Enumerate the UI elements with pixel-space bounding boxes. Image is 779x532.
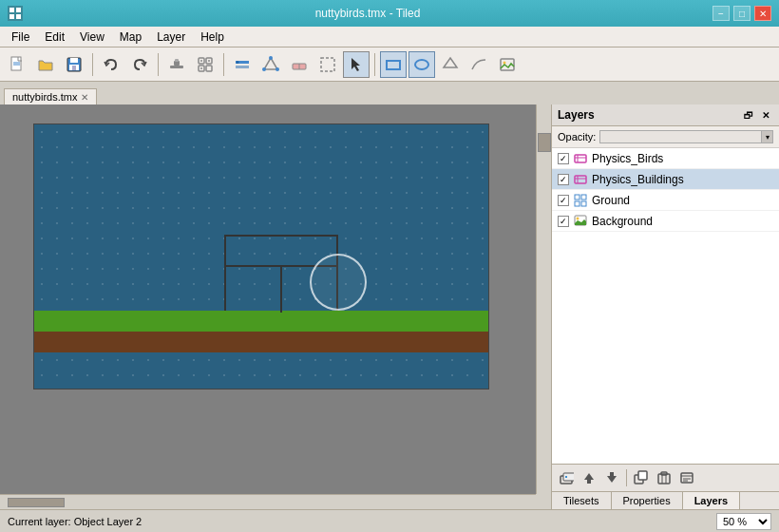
svg-rect-50: [563, 473, 574, 481]
menu-file[interactable]: File: [4, 28, 37, 46]
opacity-label: Opacity:: [558, 131, 596, 142]
svg-point-25: [269, 56, 273, 60]
insert-line-button[interactable]: [466, 51, 492, 78]
tab-layers[interactable]: Layers: [683, 492, 740, 509]
stamp-button[interactable]: [163, 51, 190, 78]
svg-point-23: [237, 61, 239, 64]
circle-object: [310, 254, 367, 311]
panel-close-button[interactable]: ✕: [758, 107, 773, 123]
select-arrow-button[interactable]: [343, 51, 370, 78]
edit-poly-button[interactable]: [257, 51, 284, 78]
svg-rect-8: [70, 58, 78, 63]
svg-rect-3: [16, 14, 21, 19]
sep1: [92, 53, 93, 76]
svg-point-20: [200, 67, 202, 69]
svg-rect-0: [10, 8, 14, 12]
svg-rect-40: [575, 176, 586, 183]
svg-rect-56: [610, 472, 614, 476]
window-controls: − □ ✕: [712, 6, 771, 21]
sep2: [158, 53, 159, 76]
svg-rect-1: [16, 8, 21, 12]
zoom-select[interactable]: 50 % 100 % 200 %: [716, 513, 771, 530]
save-button[interactable]: [61, 51, 87, 78]
menu-view[interactable]: View: [72, 28, 112, 46]
menu-map[interactable]: Map: [112, 28, 149, 46]
sep4: [374, 53, 375, 76]
select-rect-button[interactable]: [314, 51, 341, 78]
zoom-control: 50 % 100 % 200 %: [716, 513, 771, 530]
tab-properties[interactable]: Properties: [612, 492, 683, 509]
layer-checkbox-ground[interactable]: ✓: [558, 195, 569, 206]
random-button[interactable]: [192, 51, 218, 78]
hscroll-thumb[interactable]: [8, 498, 65, 507]
layer-name-background: Background: [592, 215, 653, 228]
layer-name-physics-buildings: Physics_Buildings: [592, 173, 684, 186]
minimize-button[interactable]: −: [712, 6, 730, 21]
layer-name-ground: Ground: [592, 194, 630, 207]
opacity-slider[interactable]: ▾: [599, 130, 773, 143]
svg-rect-4: [11, 57, 21, 70]
layers-list: ✓ Physics_Birds ✓ Physics_Buildings ✓: [552, 148, 779, 464]
undo-button[interactable]: [98, 51, 124, 78]
move-up-button[interactable]: [579, 467, 599, 488]
svg-point-48: [577, 217, 580, 219]
layers-toolbar: [552, 464, 779, 491]
opacity-scroll-button[interactable]: ▾: [761, 131, 772, 142]
svg-marker-34: [444, 58, 457, 67]
layer-item-background[interactable]: ✓ Background: [552, 211, 779, 232]
new-button[interactable]: [4, 51, 30, 78]
open-button[interactable]: [32, 51, 59, 78]
layer-item-ground[interactable]: ✓ Ground: [552, 190, 779, 211]
svg-point-27: [262, 67, 266, 71]
layer-item-physics-birds[interactable]: ✓ Physics_Birds: [552, 148, 779, 169]
layer-properties-button[interactable]: [676, 467, 697, 488]
game-canvas: [33, 124, 489, 390]
menu-layer[interactable]: Layer: [149, 28, 193, 46]
remove-layer-button[interactable]: [654, 467, 674, 488]
svg-rect-11: [170, 66, 183, 68]
layer-icon-physics-birds: [573, 151, 588, 166]
tab-close-button[interactable]: ✕: [81, 92, 88, 103]
layers-title: Layers: [558, 108, 595, 122]
layer-name-physics-birds: Physics_Birds: [592, 152, 663, 165]
duplicate-layer-button[interactable]: [631, 467, 652, 488]
svg-rect-2: [10, 14, 14, 19]
tab-nuttybirds[interactable]: nuttybirds.tmx ✕: [4, 88, 97, 104]
eraser-button[interactable]: [286, 51, 313, 78]
panel-restore-button[interactable]: 🗗: [741, 107, 756, 123]
bottom-tabs: Tilesets Properties Layers: [552, 491, 779, 509]
svg-rect-58: [638, 471, 647, 480]
layer-item-physics-buildings[interactable]: ✓ Physics_Buildings: [552, 169, 779, 190]
tab-tilesets[interactable]: Tilesets: [552, 492, 612, 509]
insert-ellipse-button[interactable]: [408, 51, 435, 78]
canvas-area[interactable]: [0, 104, 551, 509]
layer-checkbox-background[interactable]: ✓: [558, 216, 569, 227]
add-layer-button[interactable]: [556, 467, 577, 488]
layer-icon-physics-buildings: [573, 172, 588, 187]
select-layer-button[interactable]: [229, 51, 256, 78]
insert-image-button[interactable]: [494, 51, 521, 78]
layer-checkbox-physics-buildings[interactable]: ✓: [558, 174, 569, 185]
app-icon: [8, 6, 23, 21]
svg-rect-46: [581, 201, 586, 206]
close-button[interactable]: ✕: [754, 6, 771, 21]
svg-point-18: [200, 60, 202, 62]
svg-marker-31: [352, 58, 360, 71]
ground-layer: [34, 311, 488, 332]
layer-checkbox-physics-birds[interactable]: ✓: [558, 153, 569, 164]
menu-help[interactable]: Help: [193, 28, 232, 46]
move-down-button[interactable]: [601, 467, 622, 488]
vertical-scrollbar[interactable]: [536, 104, 551, 494]
maximize-button[interactable]: □: [733, 6, 750, 21]
menu-edit[interactable]: Edit: [37, 28, 72, 46]
goal-center-post: [280, 265, 282, 313]
svg-rect-37: [575, 155, 586, 162]
tab-label: nuttybirds.tmx: [12, 91, 77, 103]
horizontal-scrollbar[interactable]: [0, 494, 536, 509]
svg-rect-22: [236, 66, 249, 68]
insert-poly-button[interactable]: [437, 51, 464, 78]
redo-button[interactable]: [126, 51, 153, 78]
insert-rect-button[interactable]: [380, 51, 407, 78]
svg-point-33: [415, 60, 428, 69]
layers-header-controls: 🗗 ✕: [741, 107, 773, 123]
